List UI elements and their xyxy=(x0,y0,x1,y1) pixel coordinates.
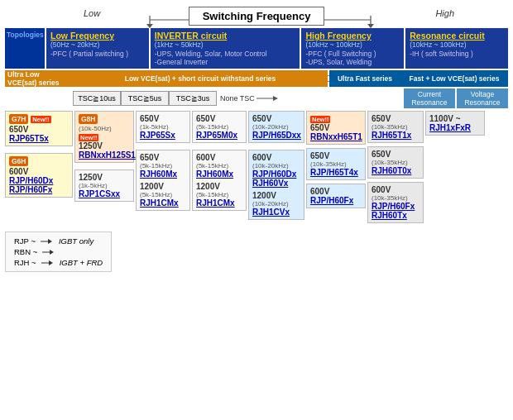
65d-f: (10k-20kHz) xyxy=(252,123,300,131)
60tx-box: 600V (10k-35kHz) RJP/H60Fx RJH60Tx xyxy=(367,182,424,223)
rbn65t1-p: RBNxxH65T1 xyxy=(310,132,362,141)
65m-p3: RJH1CMx xyxy=(196,198,242,208)
g6h-label: G6H xyxy=(9,156,28,166)
g7h-product: RJP65T5x xyxy=(9,134,69,143)
65m-box: 650V (5k-15kHz) RJP65M0x xyxy=(192,111,247,143)
high-freq-title: High Frequency xyxy=(305,31,400,41)
blue-boxes-row: Topologies Low Frequency (50Hz ~ 20kHz) … xyxy=(5,28,508,69)
low-freq-box: Low Frequency (50Hz ~ 20kHz) -PFC ( Part… xyxy=(46,28,149,69)
tsc-10us: TSC≧10us xyxy=(73,91,121,106)
65d-v: 650V xyxy=(252,114,300,123)
low-freq-title: Low Frequency xyxy=(50,31,145,41)
low-freq-desc: -PFC ( Partial switching ) xyxy=(50,50,145,58)
65m-f: (5k-15kHz) xyxy=(196,123,242,131)
65t4-p: RJP/H65T4x xyxy=(310,168,362,177)
col2-spacer1 xyxy=(74,163,134,169)
svg-marker-1 xyxy=(146,24,153,28)
legend-rjp-desc: IGBT only xyxy=(59,236,93,246)
65m-f3: (5k-15kHz) xyxy=(196,191,242,198)
60fx-box: 600V RJP/H60Fx xyxy=(306,184,366,208)
legend-rbn-arrow xyxy=(42,248,55,256)
65t1-box: 650V (10k-35kHz) RJH65T1x xyxy=(367,111,424,143)
65t4-f: (10k-35kHz) xyxy=(310,160,362,168)
60t0-f: (10k-35kHz) xyxy=(372,159,420,166)
65d-v2: 600V xyxy=(252,153,300,162)
low-label: Low xyxy=(84,8,100,18)
g8h-top-box: G8H (10k-50Hz) New!! 1250V RBNxxH125S1 xyxy=(74,111,134,163)
65d-p: RJP/H65Dxx xyxy=(252,131,300,140)
switching-frequency-title: Switching Frequency xyxy=(189,7,325,26)
col-65d: 650V (10k-20kHz) RJP/H65Dxx 600V (10k-20… xyxy=(248,111,304,223)
65m-lower: 600V (5k-15kHz) RJH60Mx 1200V (5k-15kHz)… xyxy=(192,150,247,211)
g8h-v2: 1250V xyxy=(79,173,130,182)
svg-marker-13 xyxy=(49,260,53,265)
high-label: High xyxy=(435,8,454,18)
1xfxr-box: 1100V ~ RJH1xFxR xyxy=(425,111,485,136)
g8h-product: RBNxxH125S1 xyxy=(79,150,130,160)
none-tsc-area: None TSC xyxy=(217,93,404,104)
low-vce-banner: Low VCE(sat) + short circuit withstand s… xyxy=(73,70,329,87)
65s-box: 650V (1k-5kHz) RJP65Sx xyxy=(136,111,190,143)
60m-f: (5k-15kHz) xyxy=(140,162,186,169)
65m-f2: (5k-15kHz) xyxy=(196,162,242,169)
col-65s: 650V (1k-5kHz) RJP65Sx 650V (5k-15kHz) R… xyxy=(136,111,190,223)
col-g8h: G8H (10k-50Hz) New!! 1250V RBNxxH125S1 1… xyxy=(74,111,134,223)
svg-marker-9 xyxy=(48,239,52,244)
col-65t4: New!! 650V RBNxxH65T1 650V (10k-35kHz) R… xyxy=(306,111,366,223)
col4-spacer xyxy=(192,143,247,150)
tsc-5us: TSC≧5us xyxy=(121,91,169,106)
legend-rbn-prefix: RBN ~ xyxy=(14,247,37,256)
60m-p: RJH60Mx xyxy=(140,169,186,179)
g8h-label: G8H xyxy=(79,114,98,124)
col-65t1: 650V (10k-35kHz) RJH65T1x 650V (10k-35kH… xyxy=(367,111,424,223)
legend-rjp-arrow xyxy=(41,237,54,246)
legend-rjh-arrow xyxy=(41,259,55,267)
65t1-v: 650V xyxy=(372,114,420,123)
60tx-p2: RJH60Tx xyxy=(372,211,420,220)
65d-p2b: RJH60Vx xyxy=(252,179,300,188)
svg-marker-3 xyxy=(367,24,374,28)
high-freq-desc: -PFC ( Full Switching ) -UPS, Solar, Wel… xyxy=(305,50,400,66)
60t0-p: RJH60T0x xyxy=(372,166,420,175)
col-g7h: G7H New!! 650V RJP65T5x G6H 600V RJP/H60… xyxy=(5,111,73,223)
ultra-low-banner: Ultra Low VCE(sat) series xyxy=(5,70,73,87)
65m-p: RJP65M0x xyxy=(196,131,242,140)
series-row: Ultra Low VCE(sat) series Low VCE(sat) +… xyxy=(5,70,508,87)
product-columns: G7H New!! 650V RJP65T5x G6H 600V RJP/H60… xyxy=(5,111,508,223)
legend-rjh-prefix: RJH ~ xyxy=(14,258,36,267)
resonance-box: Resonance circuit (10kHz ~ 100kHz) -IH (… xyxy=(405,28,508,69)
65d-box: 650V (10k-20kHz) RJP/H65Dxx xyxy=(248,111,304,143)
current-resonance: Current Resonance xyxy=(404,88,455,108)
legend-rjh: RJH ~ IGBT + FRD xyxy=(14,258,103,267)
60tx-v: 600V xyxy=(372,185,420,194)
resonance-title: Resonance circuit xyxy=(410,31,504,41)
g6h-voltage: 600V xyxy=(9,167,69,176)
voltage-resonance: Voltage Resonance xyxy=(457,88,508,108)
65t1-p: RJH65T1x xyxy=(372,131,420,140)
rbn65t1-v: 650V xyxy=(310,123,362,132)
65s-p1: RJP65Sx xyxy=(140,131,186,140)
fast-low-banner: Fast + Low VCE(sat) series xyxy=(400,70,508,87)
g7h-label: G7H xyxy=(9,114,28,124)
g8h-new: New!! xyxy=(79,134,98,141)
resonance-freq: (10kHz ~ 100kHz) xyxy=(410,41,504,49)
65s-f1: (1k-5kHz) xyxy=(140,123,186,131)
footer-legend-area: RJP ~ IGBT only RBN ~ RJH ~ IGBT + FRD xyxy=(5,231,508,272)
60t0-box: 650V (10k-35kHz) RJH60T0x xyxy=(367,146,424,179)
ultra-fast-banner: Ultra Fast series xyxy=(329,70,400,87)
1200v-p: RJH1CMx xyxy=(140,198,186,208)
1200v-f: (5k-15kHz) xyxy=(140,191,186,198)
65m-p2: RJH60Mx xyxy=(196,169,242,179)
none-tsc-label: None TSC xyxy=(220,94,255,103)
col3-spacer1 xyxy=(136,143,190,150)
65m-v3: 1200V xyxy=(196,182,242,191)
rbn65t1-new: New!! xyxy=(310,116,330,123)
col-65m: 650V (5k-15kHz) RJP65M0x 600V (5k-15kHz)… xyxy=(192,111,247,223)
tsc-row: TSC≧10us TSC≧5us TSC≧3us None TSC Curren… xyxy=(5,88,508,108)
60m-box: 650V (5k-15kHz) RJH60Mx 1200V (5k-15kHz)… xyxy=(136,150,190,211)
inverter-title: INVERTER circuit xyxy=(155,31,296,41)
65d-p2: RJP/H60Dx xyxy=(252,169,300,179)
65m-v: 650V xyxy=(196,114,242,123)
svg-marker-11 xyxy=(50,250,54,255)
g7h-voltage: 650V xyxy=(9,125,69,134)
